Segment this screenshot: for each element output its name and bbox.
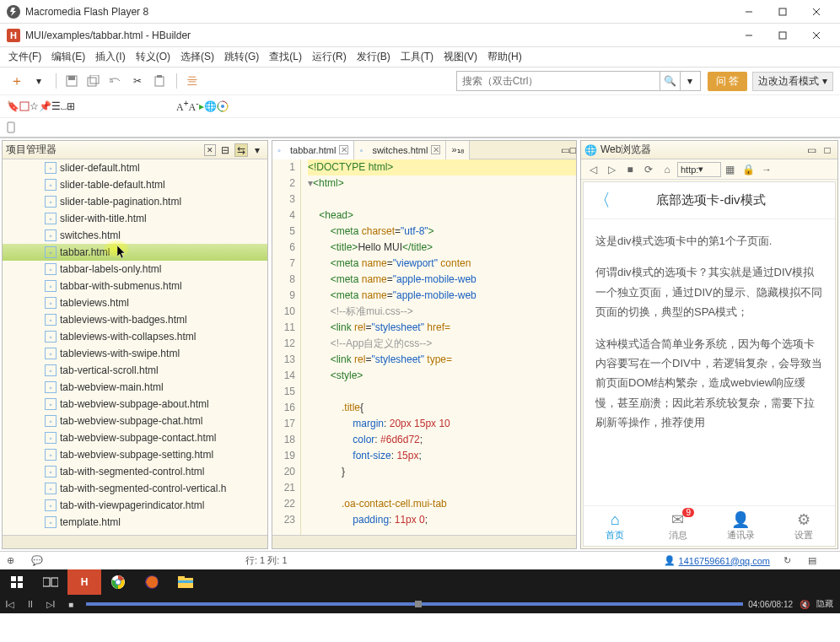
editor-max-icon[interactable]: □: [570, 144, 576, 156]
player-pause-icon[interactable]: II: [20, 600, 40, 609]
player-handle[interactable]: [415, 601, 422, 607]
code-line[interactable]: [308, 384, 576, 400]
menu-item[interactable]: 插入(I): [90, 50, 130, 64]
start-button[interactable]: [0, 569, 34, 595]
new-dropdown[interactable]: ▾: [29, 71, 49, 91]
code-line[interactable]: <link rel="stylesheet" href=: [308, 320, 576, 336]
code-line[interactable]: padding: 11px 0;: [308, 512, 576, 528]
menu-item[interactable]: 编辑(E): [46, 50, 90, 64]
new-button[interactable]: ＋: [7, 71, 27, 91]
file-item[interactable]: ◦tab-with-segmented-control.html: [3, 463, 267, 480]
file-list[interactable]: ◦slider-default.html◦slider-table-defaul…: [3, 159, 267, 535]
code-line[interactable]: <meta charset="utf-8">: [308, 224, 576, 240]
menu-item[interactable]: 转义(O): [131, 50, 175, 64]
player-hide[interactable]: 隐藏: [816, 598, 833, 610]
file-item[interactable]: ◦tab-webview-subpage-contact.html: [3, 429, 267, 446]
expand-icon[interactable]: ⊞: [67, 100, 75, 112]
code-line[interactable]: <head>: [308, 208, 576, 224]
menu-item[interactable]: 视图(V): [439, 50, 482, 64]
qa-button[interactable]: 问 答: [708, 72, 747, 91]
file-item[interactable]: ◦switches.html: [3, 227, 267, 244]
file-item[interactable]: ◦tab-vertical-scroll.html: [3, 362, 267, 379]
browser-lock-icon[interactable]: 🔒: [740, 161, 757, 178]
menu-item[interactable]: 发行(B): [352, 50, 396, 64]
panel-menu-icon[interactable]: ▾: [250, 143, 264, 157]
file-item[interactable]: ◦tabbar-labels-only.html: [3, 261, 267, 278]
status-plugin-icon[interactable]: ⊕: [7, 555, 14, 566]
pin-icon[interactable]: 📌: [39, 100, 51, 112]
editor-tab[interactable]: ◦tabbar.html✕: [272, 141, 354, 159]
browser-url[interactable]: http: ▾: [677, 162, 721, 177]
code-line[interactable]: <meta name="viewport" conten: [308, 256, 576, 272]
mobile-icon[interactable]: [7, 121, 15, 133]
link-editor-icon[interactable]: ⇆: [234, 143, 248, 157]
editor-h-scrollbar[interactable]: [272, 535, 576, 548]
taskbar-chrome[interactable]: [101, 569, 135, 595]
mode-button[interactable]: 边改边看模式 ▾: [752, 72, 833, 91]
editor-tab[interactable]: ◦switches.html✕: [354, 141, 446, 159]
file-item[interactable]: ◦tableviews-with-collapses.html: [3, 328, 267, 345]
player-stop-icon[interactable]: ■: [61, 600, 81, 609]
taskbar-firefox[interactable]: [135, 569, 169, 595]
code-line[interactable]: .oa-contact-cell.mui-tab: [308, 496, 576, 512]
taskbar-explorer[interactable]: [169, 569, 202, 595]
search-button[interactable]: 🔍: [660, 72, 680, 90]
file-item[interactable]: ◦template.html: [3, 514, 267, 531]
menu-item[interactable]: 运行(R): [307, 50, 352, 64]
save-all-icon[interactable]: [83, 71, 104, 91]
player-next-icon[interactable]: ▷I: [40, 600, 61, 609]
menu-item[interactable]: 帮助(H): [482, 50, 527, 64]
preview-back-icon[interactable]: 〈: [584, 189, 621, 212]
flash-minimize-button[interactable]: [732, 0, 766, 24]
code-line[interactable]: margin: 20px 15px 10: [308, 416, 576, 432]
flash-maximize-button[interactable]: [766, 0, 800, 24]
code-line[interactable]: <!--App自定义的css-->: [308, 336, 576, 352]
menu-item[interactable]: 查找(L): [264, 50, 307, 64]
code-line[interactable]: ▾<html>: [308, 175, 576, 192]
code-line[interactable]: color: #6d6d72;: [308, 432, 576, 448]
code-line[interactable]: <meta name="apple-mobile-web: [308, 272, 576, 288]
file-item[interactable]: ◦tableviews.html: [3, 294, 267, 311]
browser-stop-icon[interactable]: ■: [622, 161, 638, 178]
browser-home-icon[interactable]: ⌂: [659, 161, 676, 178]
tab-overflow[interactable]: »₁₈: [446, 141, 469, 159]
browser-qr-icon[interactable]: ▦: [721, 161, 738, 178]
flash-close-button[interactable]: [800, 0, 833, 24]
menu-item[interactable]: 跳转(G): [219, 50, 264, 64]
font-increase-icon[interactable]: A+: [176, 99, 189, 114]
tab-close-icon[interactable]: ✕: [339, 145, 348, 154]
preview-tab[interactable]: ✉消息9: [647, 506, 710, 546]
file-item[interactable]: ◦tableviews-with-swipe.html: [3, 345, 267, 362]
code-line[interactable]: <style>: [308, 368, 576, 384]
browser-icon[interactable]: 🌐: [204, 100, 217, 112]
preview-tab[interactable]: ⌂首页: [584, 506, 647, 546]
format-icon[interactable]: 亖: [182, 71, 202, 91]
code-line[interactable]: <meta name="apple-mobile-web: [308, 288, 576, 304]
browser-go-icon[interactable]: →: [758, 161, 775, 178]
search-input[interactable]: [457, 75, 660, 87]
undo-icon[interactable]: [105, 71, 126, 91]
menu-item[interactable]: 工具(T): [396, 50, 439, 64]
search-dropdown[interactable]: ▾: [680, 72, 700, 90]
file-item[interactable]: ◦tabbar-with-submenus.html: [3, 278, 267, 294]
code-line[interactable]: .title{: [308, 400, 576, 416]
player-vol-icon[interactable]: 🔇: [800, 600, 810, 609]
file-item[interactable]: ◦tab-with-viewpagerindicator.html: [3, 497, 267, 514]
hb-close-button[interactable]: [800, 24, 833, 47]
collapse-all-icon[interactable]: ⊟: [218, 143, 232, 157]
file-item[interactable]: ◦tab-with-segmented-control-vertical.h: [3, 480, 267, 497]
save-icon[interactable]: [62, 71, 82, 91]
font-decrease-icon[interactable]: A-: [189, 99, 199, 114]
h-scrollbar[interactable]: [3, 535, 267, 548]
hb-minimize-button[interactable]: [732, 24, 766, 47]
snippet-icon[interactable]: ⎵: [61, 100, 67, 112]
project-manager-close-icon[interactable]: ✕: [204, 144, 216, 156]
code-line[interactable]: [308, 192, 576, 208]
player-prev-icon[interactable]: I◁: [0, 600, 20, 609]
file-item[interactable]: ◦slider-table-default.html: [3, 176, 267, 193]
chrome-icon[interactable]: [217, 100, 229, 112]
code-line[interactable]: <!DOCTYPE html>: [308, 159, 576, 175]
file-item[interactable]: ◦tab-webview-subpage-setting.html: [3, 446, 267, 463]
code-line[interactable]: font-size: 15px;: [308, 448, 576, 464]
hb-maximize-button[interactable]: [766, 24, 800, 47]
